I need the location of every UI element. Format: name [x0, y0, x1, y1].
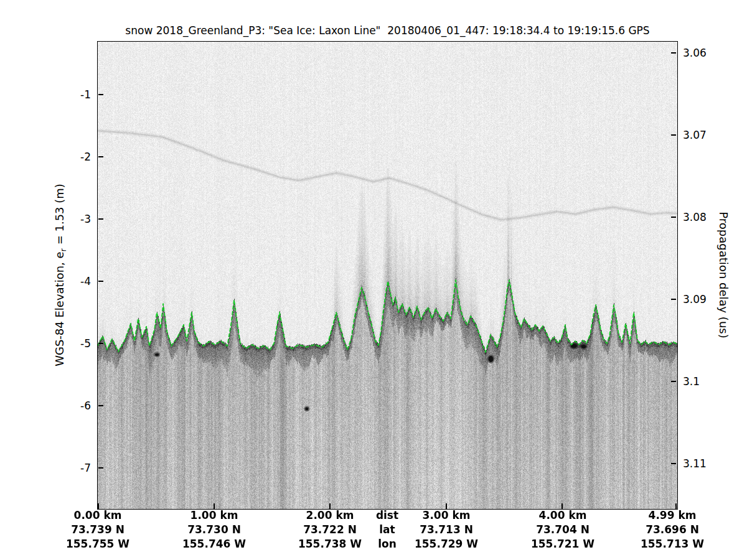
- y-tick-label-left: -4: [62, 274, 91, 288]
- y-tick-label-left: -3: [62, 212, 91, 226]
- y-tick-label-left: -1: [62, 88, 91, 101]
- figure: snow 2018_Greenland_P3: "Sea Ice: Laxon …: [0, 0, 747, 560]
- y-axis-label-left-sub: r: [59, 248, 68, 251]
- tick-mark: [98, 94, 103, 95]
- tick-mark: [671, 299, 676, 300]
- x-tick-latitude: 73.730 N: [173, 523, 255, 536]
- y-tick-label-right: 3.09: [683, 292, 723, 306]
- x-tick-distance: 4.99 km: [631, 508, 713, 522]
- tick-mark: [98, 218, 103, 220]
- x-tick-distance: 0.00 km: [57, 508, 139, 522]
- x-tick-latitude: 73.696 N: [631, 523, 713, 536]
- y-tick-label-left: -7: [62, 461, 91, 475]
- x-tick-latitude: 73.713 N: [405, 523, 487, 536]
- y-tick-label-right: 3.08: [683, 210, 723, 224]
- tick-mark: [98, 405, 103, 406]
- tick-mark: [98, 156, 103, 157]
- x-tick-distance: 1.00 km: [173, 508, 255, 522]
- x-tick-longitude: 155.721 W: [522, 537, 604, 551]
- y-tick-label-left: -6: [62, 399, 91, 413]
- y-tick-label-left: -5: [62, 337, 91, 350]
- y-tick-label-left: -2: [62, 150, 91, 164]
- x-tick-latitude: 73.704 N: [522, 523, 604, 536]
- echogram-canvas: [98, 42, 677, 509]
- tick-mark: [671, 381, 676, 382]
- x-tick-distance: 4.00 km: [522, 508, 604, 522]
- y-tick-label-right: 3.06: [683, 46, 723, 60]
- x-tick-longitude: 155.746 W: [173, 537, 255, 551]
- x-tick-longitude: 155.729 W: [405, 537, 487, 551]
- tick-mark: [98, 343, 103, 344]
- x-tick-longitude: 155.713 W: [631, 537, 713, 551]
- x-tick-longitude: 155.755 W: [57, 537, 139, 551]
- tick-mark: [671, 134, 676, 136]
- y-axis-label-right: Propagation delay (us): [717, 212, 730, 338]
- tick-mark: [98, 281, 103, 282]
- tick-mark: [671, 463, 676, 464]
- tick-mark: [98, 467, 103, 469]
- tick-mark: [671, 52, 676, 54]
- y-tick-label-right: 3.11: [683, 457, 723, 470]
- x-tick-latitude: 73.739 N: [57, 523, 139, 536]
- x-tick-distance: 3.00 km: [405, 508, 487, 522]
- y-tick-label-right: 3.1: [683, 375, 723, 388]
- plot-title: snow 2018_Greenland_P3: "Sea Ice: Laxon …: [98, 24, 677, 37]
- y-tick-label-right: 3.07: [683, 128, 723, 142]
- tick-mark: [671, 217, 676, 218]
